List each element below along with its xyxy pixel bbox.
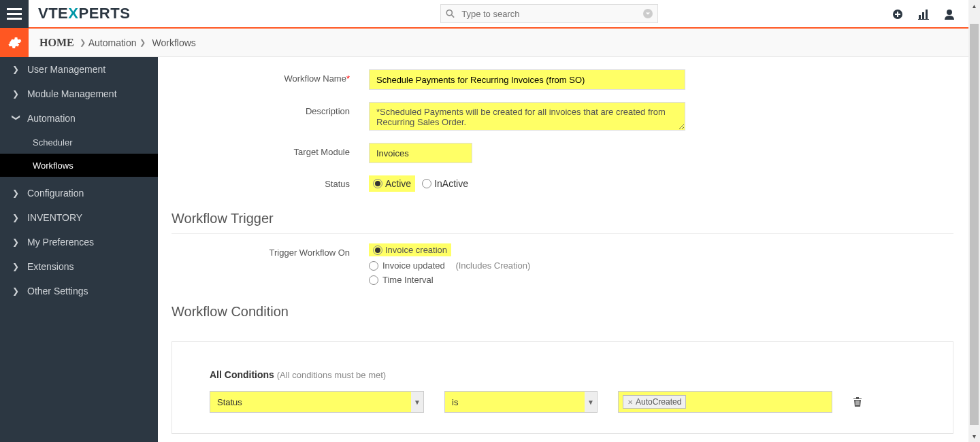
- scrollbar-thumb[interactable]: [970, 24, 979, 425]
- chevron-right-icon: ❯: [12, 286, 20, 296]
- stats-icon[interactable]: [918, 9, 929, 20]
- chevron-right-icon: ❯: [12, 262, 20, 271]
- condition-op-select[interactable]: is▼: [444, 391, 598, 413]
- search-input[interactable]: [440, 4, 658, 23]
- breadcrumb-home[interactable]: HOME: [39, 37, 74, 49]
- sidebar-item-label: Configuration: [27, 188, 84, 199]
- gear-icon[interactable]: [0, 29, 29, 57]
- sidebar-sub-scheduler[interactable]: Scheduler: [0, 131, 158, 154]
- svg-point-0: [446, 10, 452, 16]
- menu-icon[interactable]: [0, 0, 29, 28]
- svg-point-9: [947, 10, 952, 15]
- condition-field-select[interactable]: Status▼: [210, 391, 424, 413]
- trigger-creation-radio[interactable]: [373, 245, 382, 255]
- add-icon[interactable]: [892, 9, 903, 20]
- trigger-updated-radio[interactable]: [369, 261, 378, 271]
- sidebar-item-label: INVENTORY: [27, 212, 82, 223]
- breadcrumb-l1[interactable]: Automation: [88, 37, 137, 48]
- scrollbar[interactable]: ▴ ▾: [968, 0, 980, 442]
- svg-line-1: [452, 15, 455, 18]
- chevron-right-icon: ❯: [12, 188, 20, 198]
- sidebar-item-preferences[interactable]: ❯My Preferences: [0, 230, 158, 254]
- sidebar-item-configuration[interactable]: ❯Configuration: [0, 181, 158, 205]
- chevron-right-icon: ❯: [12, 65, 20, 74]
- svg-rect-12: [859, 401, 860, 405]
- user-icon[interactable]: [944, 9, 955, 20]
- description-label: Description: [172, 102, 369, 116]
- trigger-time-radio[interactable]: [369, 275, 378, 285]
- trigger-updated-label: Invoice updated: [382, 260, 445, 271]
- sidebar-item-label: User Management: [27, 64, 105, 75]
- workflow-name-label: Workflow Name*: [172, 69, 369, 84]
- sidebar-item-inventory[interactable]: ❯INVENTORY: [0, 205, 158, 230]
- scroll-down-icon[interactable]: ▾: [968, 430, 980, 442]
- condition-box: All Conditions (All conditions must be m…: [172, 341, 953, 434]
- sidebar-item-other-settings[interactable]: ❯Other Settings: [0, 279, 158, 303]
- chevron-right-icon: ❯: [140, 38, 146, 47]
- search-dropdown-icon[interactable]: [643, 9, 653, 18]
- breadcrumb: HOME ❯ Automation ❯ Workflows: [29, 29, 968, 57]
- caret-down-icon: ▼: [585, 392, 597, 412]
- target-module-label: Target Module: [172, 143, 369, 157]
- sidebar-item-automation[interactable]: ❯Automation: [0, 106, 158, 131]
- sidebar-item-extensions[interactable]: ❯Extensions: [0, 254, 158, 279]
- svg-rect-11: [858, 401, 858, 405]
- workflow-name-input[interactable]: [369, 69, 685, 90]
- close-icon[interactable]: ✕: [627, 398, 633, 406]
- breadcrumb-l2: Workflows: [152, 37, 196, 48]
- sidebar-item-label: Automation: [27, 113, 76, 124]
- sidebar-item-label: Module Management: [27, 88, 117, 99]
- caret-down-icon: ▼: [411, 392, 423, 412]
- status-inactive-label: InActive: [434, 178, 468, 189]
- status-active-label: Active: [385, 178, 411, 189]
- description-input[interactable]: [369, 102, 685, 131]
- scroll-up-icon[interactable]: ▴: [968, 0, 980, 12]
- svg-rect-5: [919, 15, 921, 19]
- chevron-right-icon: ❯: [80, 38, 86, 47]
- trigger-creation-label: Invoice creation: [385, 245, 447, 255]
- sidebar-item-label: My Preferences: [27, 237, 94, 248]
- logo: VTEXPERTS: [38, 5, 130, 22]
- topbar: VTEXPERTS: [0, 0, 968, 29]
- chevron-right-icon: ❯: [12, 213, 20, 222]
- svg-rect-7: [926, 10, 928, 19]
- workflow-condition-title: Workflow Condition: [172, 304, 953, 326]
- all-conditions-title: All Conditions (All conditions must be m…: [210, 369, 915, 380]
- trigger-time-label: Time Interval: [382, 275, 434, 285]
- status-label: Status: [172, 179, 369, 189]
- sidebar-item-label: Other Settings: [27, 286, 88, 296]
- condition-value-input[interactable]: ✕AutoCreated: [618, 391, 832, 413]
- svg-rect-10: [856, 401, 857, 405]
- chevron-right-icon: ❯: [12, 237, 20, 247]
- sidebar: ❯User Management ❯Module Management ❯Aut…: [0, 57, 158, 442]
- status-active-radio[interactable]: [373, 179, 382, 188]
- search-icon: [446, 10, 455, 18]
- trigger-updated-note: (Includes Creation): [455, 260, 530, 271]
- chevron-right-icon: ❯: [12, 89, 20, 99]
- trash-icon[interactable]: [853, 396, 862, 407]
- workflow-trigger-title: Workflow Trigger: [172, 211, 953, 234]
- svg-rect-6: [922, 12, 924, 19]
- search-wrap: [440, 4, 658, 23]
- sidebar-sub-workflows[interactable]: Workflows: [0, 154, 158, 177]
- sidebar-item-user-management[interactable]: ❯User Management: [0, 57, 158, 82]
- status-inactive-radio[interactable]: [422, 179, 431, 188]
- condition-value-tag[interactable]: ✕AutoCreated: [623, 395, 686, 409]
- trigger-label: Trigger Workflow On: [172, 243, 369, 285]
- chevron-down-icon: ❯: [12, 114, 21, 122]
- sidebar-item-module-management[interactable]: ❯Module Management: [0, 82, 158, 106]
- target-module-select[interactable]: Invoices: [369, 143, 472, 163]
- content: Workflow Name* Description Target Module…: [158, 57, 968, 442]
- sidebar-item-label: Extensions: [27, 261, 74, 272]
